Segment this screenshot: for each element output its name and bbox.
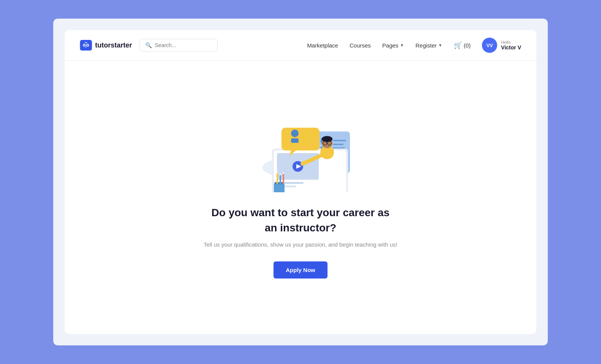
svg-rect-36 bbox=[277, 173, 278, 184]
logo[interactable]: tutorstarter bbox=[80, 40, 132, 51]
search-icon: 🔍 bbox=[145, 42, 152, 48]
hero-title: Do you want to start your career as an i… bbox=[211, 205, 390, 235]
cart-button[interactable]: 🛒 (0) bbox=[454, 41, 471, 49]
logo-text: tutorstarter bbox=[95, 41, 132, 49]
header: tutorstarter 🔍 Marketplace Courses Pages… bbox=[65, 30, 536, 61]
svg-rect-0 bbox=[80, 40, 92, 51]
search-input[interactable] bbox=[155, 42, 212, 48]
cart-count: (0) bbox=[464, 42, 471, 49]
main-nav: Marketplace Courses Pages ▼ Register ▼ 🛒… bbox=[307, 38, 521, 53]
user-name-label: Victor V bbox=[501, 44, 521, 51]
svg-point-32 bbox=[291, 130, 299, 137]
nav-item-pages[interactable]: Pages ▼ bbox=[382, 42, 404, 49]
svg-rect-38 bbox=[280, 175, 281, 184]
user-info: Hello Victor V bbox=[501, 40, 521, 51]
nav-item-marketplace[interactable]: Marketplace bbox=[307, 42, 338, 49]
svg-point-26 bbox=[322, 136, 332, 142]
svg-rect-10 bbox=[333, 140, 346, 141]
hero-subtitle: Tell us your qualifications, show us you… bbox=[204, 241, 397, 248]
instructor-illustration bbox=[236, 109, 365, 192]
page-wrapper: tutorstarter 🔍 Marketplace Courses Pages… bbox=[53, 19, 548, 345]
nav-item-courses[interactable]: Courses bbox=[350, 42, 371, 49]
search-box[interactable]: 🔍 bbox=[140, 39, 218, 52]
apply-now-button[interactable]: Apply Now bbox=[273, 261, 328, 279]
chevron-down-icon: ▼ bbox=[400, 43, 404, 47]
user-hello-label: Hello bbox=[501, 40, 521, 44]
svg-rect-11 bbox=[333, 144, 343, 145]
main-card: tutorstarter 🔍 Marketplace Courses Pages… bbox=[65, 30, 536, 334]
svg-point-3 bbox=[84, 44, 85, 46]
user-section[interactable]: VV Hello Victor V bbox=[482, 38, 521, 53]
owl-icon bbox=[80, 40, 92, 51]
svg-rect-35 bbox=[275, 182, 284, 184]
svg-point-4 bbox=[87, 44, 89, 46]
avatar: VV bbox=[482, 38, 497, 53]
illustration-wrapper bbox=[236, 109, 365, 194]
svg-rect-30 bbox=[281, 128, 320, 150]
nav-item-register[interactable]: Register ▼ bbox=[415, 42, 442, 49]
cart-icon: 🛒 bbox=[454, 41, 462, 49]
main-content: Do you want to start your career as an i… bbox=[65, 61, 536, 334]
svg-rect-40 bbox=[283, 174, 284, 184]
chevron-down-icon: ▼ bbox=[438, 43, 442, 47]
svg-rect-33 bbox=[291, 138, 299, 143]
